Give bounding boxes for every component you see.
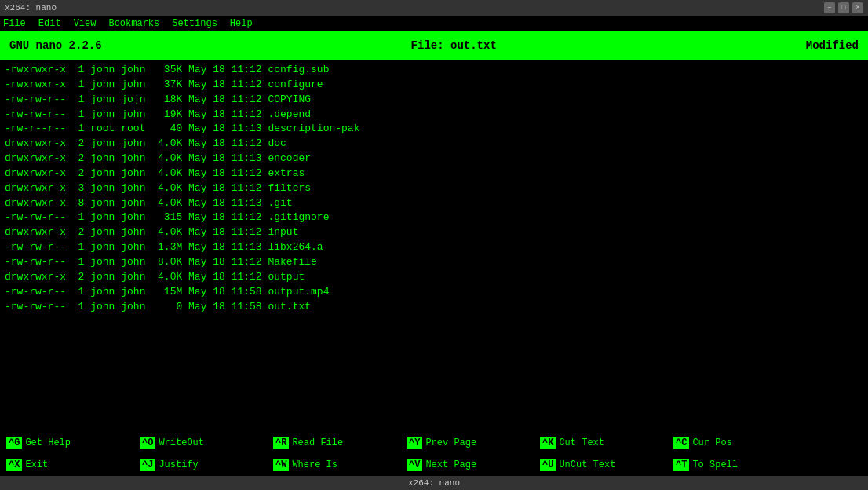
shortcut-item: ^UUnCut Text [534,459,667,471]
shortcut-label: Read File [292,437,343,448]
file-line: drwxrwxr-x 8 john john 4.0K May 18 11:13… [5,196,863,211]
file-line: -rw-rw-r-- 1 john john 8.0K May 18 11:12… [5,255,863,270]
file-line: -rw-rw-r-- 1 john john 15M May 18 11:58 … [5,285,863,300]
shortcut-key: ^O [140,437,155,449]
shortcut-key: ^Y [407,437,422,449]
menu-item-edit[interactable]: Edit [38,18,61,29]
shortcut-label: Exit [25,459,48,470]
file-line: -rw-rw-r-- 1 john jojn 18K May 18 11:12 … [5,93,863,108]
shortcut-key: ^R [273,437,289,449]
nano-header: GNU nano 2.2.6 File: out.txt Modified [0,31,868,60]
shortcut-item: ^XExit [0,459,133,471]
shortcut-item: ^CCur Pos [667,437,801,449]
minimize-button[interactable]: – [824,2,835,13]
file-line: -rwxrwxr-x 1 john john 37K May 18 11:12 … [5,78,863,93]
shortcut-label: To Spell [692,459,738,470]
os-title: x264: nano [5,3,57,13]
shortcut-item: ^TTo Spell [667,459,801,471]
statusbar-text: x264: nano [408,478,460,488]
shortcut-label: UnCut Text [559,459,615,470]
shortcut-item: ^KCut Text [534,437,667,449]
menu-item-view[interactable]: View [74,18,97,29]
shortcut-row-2: ^XExit^JJustify^WWhere Is^VNext Page^UUn… [0,454,868,476]
os-titlebar: x264: nano – □ × [0,0,868,16]
file-line: -rw-r--r-- 1 root root 40 May 18 11:13 d… [5,122,863,137]
window-controls[interactable]: – □ × [824,2,863,13]
shortcut-item: ^VNext Page [400,459,534,471]
shortcut-label: Cur Pos [692,437,731,448]
shortcut-label: Justify [159,459,198,470]
file-line: drwxrwxr-x 2 john john 4.0K May 18 11:13… [5,152,863,166]
maximize-button[interactable]: □ [838,2,849,13]
file-line: drwxrwxr-x 3 john john 4.0K May 18 11:12… [5,181,863,196]
shortcut-label: Prev Page [425,437,476,448]
menu-item-bookmarks[interactable]: Bookmarks [108,18,159,29]
menu-item-settings[interactable]: Settings [172,18,217,29]
shortcut-label: WriteOut [159,437,204,448]
shortcut-key: ^V [407,459,422,471]
shortcut-key: ^T [673,459,689,471]
shortcut-label: Cut Text [559,437,604,448]
shortcut-key: ^U [540,459,556,471]
shortcut-key: ^G [6,437,22,449]
file-line: drwxrwxr-x 2 john john 4.0K May 18 11:12… [5,225,863,240]
shortcut-item: ^YPrev Page [400,437,534,449]
file-line: drwxrwxr-x 2 john john 4.0K May 18 11:12… [5,137,863,152]
shortcut-key: ^C [673,437,689,449]
shortcuts-panel: ^GGet Help^OWriteOut^RRead File^YPrev Pa… [0,432,868,476]
shortcut-item: ^JJustify [133,459,267,471]
close-button[interactable]: × [852,2,863,13]
shortcut-row-1: ^GGet Help^OWriteOut^RRead File^YPrev Pa… [0,432,868,454]
shortcut-item: ^OWriteOut [133,437,267,449]
file-line: -rw-rw-r-- 1 john john 315 May 18 11:12 … [5,210,863,225]
shortcut-label: Get Help [25,437,71,448]
shortcut-label: Where Is [292,459,337,470]
file-content: -rwxrwxr-x 1 john john 35K May 18 11:12 … [0,60,868,432]
file-line: -rwxrwxr-x 1 john john 35K May 18 11:12 … [5,63,863,78]
statusbar: x264: nano [0,476,868,490]
nano-filename: File: out.txt [411,39,497,52]
shortcut-item: ^RRead File [267,437,400,449]
file-line: drwxrwxr-x 2 john john 4.0K May 18 11:12… [5,166,863,181]
shortcut-key: ^J [140,459,155,471]
nano-modified: Modified [806,39,859,52]
file-line: -rw-rw-r-- 1 john john 19K May 18 11:12 … [5,108,863,122]
shortcut-key: ^W [273,459,289,471]
menubar: FileEditViewBookmarksSettingsHelp [0,16,868,31]
shortcut-key: ^X [6,459,22,471]
shortcut-label: Next Page [425,459,476,470]
shortcut-item: ^WWhere Is [267,459,400,471]
file-line: drwxrwxr-x 2 john john 4.0K May 18 11:12… [5,270,863,285]
menu-item-help[interactable]: Help [230,18,253,29]
shortcut-key: ^K [540,437,556,449]
menu-item-file[interactable]: File [3,18,26,29]
shortcut-item: ^GGet Help [0,437,133,449]
file-line: -rw-rw-r-- 1 john john 1.3M May 18 11:13… [5,240,863,255]
file-line: -rw-rw-r-- 1 john john 0 May 18 11:58 ou… [5,300,863,315]
nano-version: GNU nano 2.2.6 [9,39,102,52]
